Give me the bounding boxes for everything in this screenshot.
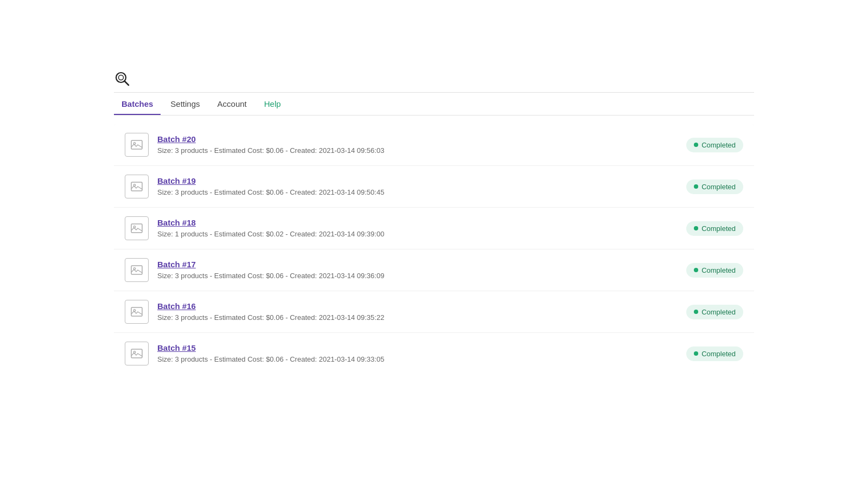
image-placeholder-icon xyxy=(130,264,143,277)
svg-rect-5 xyxy=(131,182,142,191)
svg-rect-11 xyxy=(131,307,142,316)
image-placeholder-icon xyxy=(130,138,143,151)
status-badge: Completed xyxy=(686,346,743,361)
batch-meta: Size: 3 products - Estimated Cost: $0.06… xyxy=(157,355,384,363)
status-label: Completed xyxy=(701,266,736,274)
image-placeholder-icon xyxy=(130,180,143,193)
image-placeholder-icon xyxy=(130,347,143,360)
batch-icon xyxy=(125,300,149,324)
batch-item: Batch #16 Size: 3 products - Estimated C… xyxy=(114,291,754,333)
svg-line-1 xyxy=(125,81,129,86)
batch-meta: Size: 1 products - Estimated Cost: $0.02… xyxy=(157,230,384,238)
status-label: Completed xyxy=(701,224,736,233)
batch-icon xyxy=(125,216,149,240)
status-label: Completed xyxy=(701,141,736,149)
batch-meta: Size: 3 products - Estimated Cost: $0.06… xyxy=(157,272,384,280)
nav-item-help[interactable]: Help xyxy=(257,94,289,115)
nav-item-account[interactable]: Account xyxy=(210,94,254,115)
header-divider xyxy=(114,92,754,93)
batch-item: Batch #20 Size: 3 products - Estimated C… xyxy=(114,124,754,166)
nav-divider xyxy=(114,115,754,115)
batch-name[interactable]: Batch #20 xyxy=(157,134,686,144)
batch-icon xyxy=(125,133,149,157)
status-dot xyxy=(694,268,698,272)
status-badge: Completed xyxy=(686,138,743,152)
logo-area xyxy=(114,70,136,88)
svg-point-2 xyxy=(119,75,124,80)
batch-info: Batch #19 Size: 3 products - Estimated C… xyxy=(157,176,686,197)
batch-info: Batch #15 Size: 3 products - Estimated C… xyxy=(157,343,686,364)
image-placeholder-icon xyxy=(130,305,143,318)
status-dot xyxy=(694,226,698,230)
batch-item: Batch #19 Size: 3 products - Estimated C… xyxy=(114,166,754,208)
batch-item: Batch #17 Size: 3 products - Estimated C… xyxy=(114,249,754,291)
status-badge: Completed xyxy=(686,305,743,319)
batch-icon xyxy=(125,258,149,282)
batch-name[interactable]: Batch #19 xyxy=(157,176,686,185)
status-badge: Completed xyxy=(686,221,743,236)
status-dot xyxy=(694,184,698,189)
batch-name[interactable]: Batch #17 xyxy=(157,260,686,269)
batch-item: Batch #18 Size: 1 products - Estimated C… xyxy=(114,208,754,249)
batch-meta: Size: 3 products - Estimated Cost: $0.06… xyxy=(157,146,384,155)
svg-rect-7 xyxy=(131,224,142,233)
main-nav: Batches Settings Account Help xyxy=(0,94,868,115)
batch-name[interactable]: Batch #18 xyxy=(157,218,686,227)
status-label: Completed xyxy=(701,350,736,358)
app-header xyxy=(0,70,868,88)
batch-info: Batch #16 Size: 3 products - Estimated C… xyxy=(157,301,686,322)
batch-info: Batch #18 Size: 1 products - Estimated C… xyxy=(157,218,686,239)
status-dot xyxy=(694,143,698,147)
batch-item: Batch #15 Size: 3 products - Estimated C… xyxy=(114,333,754,374)
svg-rect-13 xyxy=(131,349,142,358)
status-label: Completed xyxy=(701,308,736,316)
status-dot xyxy=(694,310,698,314)
svg-rect-9 xyxy=(131,266,142,274)
status-label: Completed xyxy=(701,183,736,191)
batch-icon xyxy=(125,175,149,198)
logo-icon xyxy=(114,70,131,88)
image-placeholder-icon xyxy=(130,222,143,235)
batch-name[interactable]: Batch #16 xyxy=(157,301,686,311)
nav-item-settings[interactable]: Settings xyxy=(163,94,207,115)
batch-name[interactable]: Batch #15 xyxy=(157,343,686,352)
batch-info: Batch #20 Size: 3 products - Estimated C… xyxy=(157,134,686,155)
svg-rect-3 xyxy=(131,140,142,149)
batch-meta: Size: 3 products - Estimated Cost: $0.06… xyxy=(157,188,384,196)
status-badge: Completed xyxy=(686,263,743,278)
nav-item-batches[interactable]: Batches xyxy=(114,94,161,115)
main-content: Batch #20 Size: 3 products - Estimated C… xyxy=(114,124,754,374)
batch-info: Batch #17 Size: 3 products - Estimated C… xyxy=(157,260,686,280)
batch-meta: Size: 3 products - Estimated Cost: $0.06… xyxy=(157,313,384,322)
batch-icon xyxy=(125,342,149,365)
batch-list: Batch #20 Size: 3 products - Estimated C… xyxy=(114,124,754,374)
status-dot xyxy=(694,351,698,356)
status-badge: Completed xyxy=(686,179,743,194)
